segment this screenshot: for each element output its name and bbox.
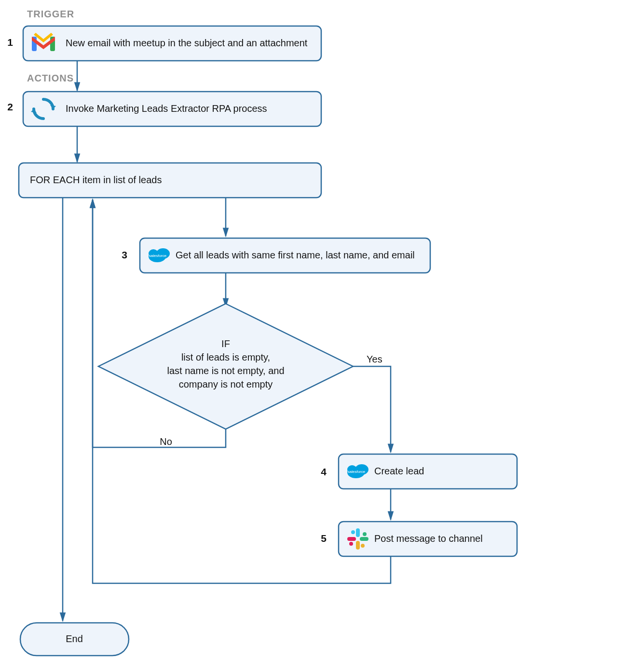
section-actions-label: ACTIONS bbox=[27, 73, 74, 83]
step-2-number: 2 bbox=[7, 101, 13, 112]
decision-line1: list of leads is empty, bbox=[181, 352, 270, 363]
step-5-number: 5 bbox=[321, 533, 327, 544]
foreach-label: FOR EACH item in list of leads bbox=[30, 175, 162, 185]
step-1-number: 1 bbox=[7, 37, 13, 48]
step-4-label: Create lead bbox=[374, 466, 424, 476]
step-1-label: New email with meetup in the subject and… bbox=[66, 38, 308, 48]
step-5-label: Post message to channel bbox=[374, 533, 483, 544]
step-3-label: Get all leads with same first name, last… bbox=[176, 250, 415, 260]
decision-line2: last name is not empty, and bbox=[167, 365, 284, 376]
edge-no-label: No bbox=[160, 436, 172, 447]
edge-yes bbox=[353, 366, 391, 452]
step-2-label: Invoke Marketing Leads Extractor RPA pro… bbox=[66, 103, 267, 114]
edge-yes-label: Yes bbox=[367, 354, 382, 364]
step-3-number: 3 bbox=[122, 249, 127, 260]
section-trigger-label: TRIGGER bbox=[27, 9, 74, 19]
decision-line3: company is not empty bbox=[179, 379, 273, 390]
end-label: End bbox=[66, 633, 83, 644]
step-4-number: 4 bbox=[321, 466, 327, 477]
decision-title: IF bbox=[221, 338, 230, 349]
